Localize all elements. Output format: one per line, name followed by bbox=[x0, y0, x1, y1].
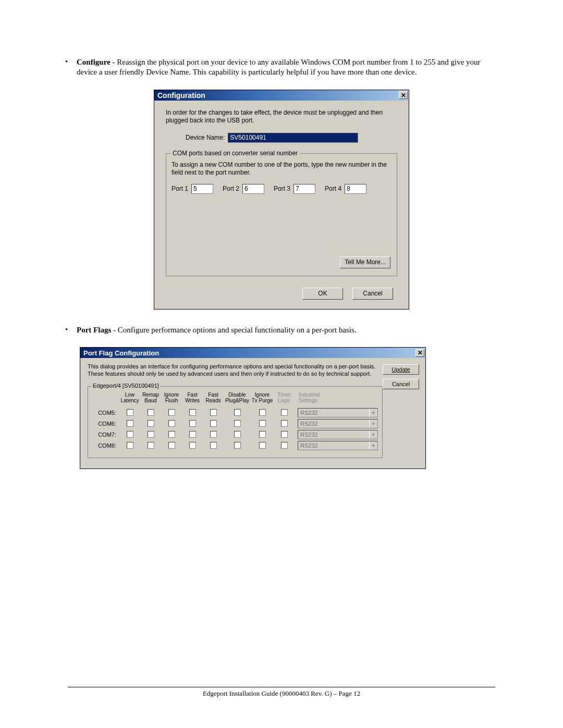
header-ignore-flush: Ignore Flush bbox=[161, 392, 182, 403]
checkbox-remap-baud[interactable] bbox=[148, 420, 154, 427]
dialog-intro: This dialog provides an interface for co… bbox=[88, 363, 383, 378]
checkbox-timer-logic[interactable] bbox=[281, 420, 288, 427]
chevron-down-icon: ▾ bbox=[369, 409, 377, 417]
dialog-title: Port Flag Configuration bbox=[83, 349, 415, 357]
update-button[interactable]: Update bbox=[383, 364, 419, 375]
edgeport-group: Edgeport/4 [SV50100491] Low Latency Rema… bbox=[88, 386, 383, 458]
checkbox-timer-logic[interactable] bbox=[281, 431, 288, 438]
header-ignore-txpurge: Ignore Tx Purge bbox=[251, 392, 274, 403]
checkbox-ignore-txpurge[interactable] bbox=[259, 409, 266, 416]
table-row: COM8: RS232▾ bbox=[92, 440, 378, 451]
port-4: Port 4 8 bbox=[325, 184, 366, 194]
checkbox-fast-writes[interactable] bbox=[189, 431, 196, 438]
header-row: Low Latency Remap Baud Ignore Flush Fast… bbox=[92, 392, 378, 403]
checkbox-ignore-flush[interactable] bbox=[168, 431, 175, 438]
checkbox-ignore-flush[interactable] bbox=[168, 409, 175, 416]
header-fast-writes: Fast Writes bbox=[182, 392, 203, 403]
configuration-dialog: Configuration ✕ In order for the changes… bbox=[154, 90, 409, 310]
device-name-label: Device Name: bbox=[186, 134, 225, 141]
industrial-settings-select[interactable]: RS232▾ bbox=[298, 430, 378, 439]
bullet-configure: • Configure - Reassign the physical port… bbox=[65, 57, 498, 77]
ok-button[interactable]: OK bbox=[302, 288, 343, 300]
bullet-rest: - Configure performance options and spec… bbox=[111, 326, 356, 334]
row-name: COM5: bbox=[92, 410, 119, 416]
checkbox-disable-pnp[interactable] bbox=[234, 442, 241, 449]
row-name: COM7: bbox=[92, 431, 119, 438]
port-input[interactable]: 5 bbox=[191, 184, 213, 194]
bullet-text: Configure - Reassign the physical port o… bbox=[77, 57, 498, 77]
checkbox-ignore-txpurge[interactable] bbox=[259, 431, 266, 438]
chevron-down-icon: ▾ bbox=[369, 419, 377, 428]
checkbox-fast-writes[interactable] bbox=[189, 442, 196, 449]
port-label: Port 2 bbox=[223, 185, 239, 192]
header-remap-baud: Remap Baud bbox=[140, 392, 161, 403]
checkbox-disable-pnp[interactable] bbox=[234, 409, 241, 416]
checkbox-fast-reads[interactable] bbox=[210, 409, 217, 416]
port-label: Port 3 bbox=[274, 185, 290, 192]
header-low-latency: Low Latency bbox=[119, 392, 140, 403]
bullet-portflags: • Port Flags - Configure performance opt… bbox=[65, 325, 498, 335]
port-input[interactable]: 7 bbox=[293, 184, 315, 194]
table-row: COM6: RS232▾ bbox=[92, 418, 378, 429]
checkbox-low-latency[interactable] bbox=[127, 431, 133, 438]
bullet-text: Port Flags - Configure performance optio… bbox=[77, 325, 357, 335]
checkbox-fast-reads[interactable] bbox=[210, 420, 217, 427]
dialog-titlebar: Port Flag Configuration ✕ bbox=[80, 348, 425, 358]
close-icon[interactable]: ✕ bbox=[415, 349, 424, 357]
checkbox-ignore-txpurge[interactable] bbox=[259, 420, 266, 427]
industrial-settings-select[interactable]: RS232▾ bbox=[298, 419, 378, 428]
table-row: COM7: RS232▾ bbox=[92, 429, 378, 440]
header-disable-pnp: Disable Plug&Play bbox=[224, 392, 251, 403]
row-name: COM6: bbox=[92, 421, 119, 427]
industrial-settings-select[interactable]: RS232▾ bbox=[298, 441, 378, 450]
port-input[interactable]: 6 bbox=[242, 184, 264, 194]
checkbox-ignore-flush[interactable] bbox=[168, 442, 175, 449]
header-fast-reads: Fast Reads bbox=[203, 392, 224, 403]
port-label: Port 1 bbox=[172, 185, 188, 192]
checkbox-low-latency[interactable] bbox=[127, 409, 133, 416]
dialog-title: Configuration bbox=[157, 91, 399, 100]
bullet-bold: Configure bbox=[77, 58, 111, 66]
close-icon[interactable]: ✕ bbox=[399, 91, 408, 99]
cancel-button[interactable]: Cancel bbox=[383, 379, 419, 389]
checkbox-ignore-flush[interactable] bbox=[168, 420, 175, 427]
checkbox-low-latency[interactable] bbox=[127, 442, 133, 449]
portflag-dialog: Port Flag Configuration ✕ This dialog pr… bbox=[80, 347, 426, 469]
checkbox-timer-logic[interactable] bbox=[281, 409, 288, 416]
group-legend: Edgeport/4 [SV50100491] bbox=[91, 382, 161, 389]
footer-text: Edgeport Installation Guide (90000403 Re… bbox=[203, 689, 360, 697]
checkbox-disable-pnp[interactable] bbox=[234, 420, 241, 427]
industrial-settings-select[interactable]: RS232▾ bbox=[298, 408, 378, 417]
port-3: Port 3 7 bbox=[274, 184, 315, 194]
header-timer-logic: Timer Logic bbox=[274, 392, 295, 403]
chevron-down-icon: ▾ bbox=[369, 441, 377, 450]
bullet-marker: • bbox=[65, 57, 77, 77]
cancel-button[interactable]: Cancel bbox=[352, 288, 393, 300]
port-1: Port 1 5 bbox=[172, 184, 213, 194]
device-name-input[interactable]: SV50100491 bbox=[228, 133, 358, 143]
checkbox-fast-writes[interactable] bbox=[189, 420, 196, 427]
com-ports-group: COM ports based on converter serial numb… bbox=[166, 153, 397, 276]
group-desc: To assign a new COM number to one of the… bbox=[172, 161, 391, 177]
dialog-notice: In order for the changes to take effect,… bbox=[166, 109, 397, 125]
tell-me-more-button[interactable]: Tell Me More... bbox=[340, 256, 390, 268]
checkbox-low-latency[interactable] bbox=[127, 420, 133, 427]
checkbox-fast-reads[interactable] bbox=[210, 442, 217, 449]
bullet-marker: • bbox=[65, 325, 77, 335]
checkbox-remap-baud[interactable] bbox=[148, 431, 154, 438]
checkbox-timer-logic[interactable] bbox=[281, 442, 288, 449]
checkbox-ignore-txpurge[interactable] bbox=[259, 442, 266, 449]
checkbox-remap-baud[interactable] bbox=[148, 409, 154, 416]
checkbox-remap-baud[interactable] bbox=[148, 442, 154, 449]
port-2: Port 2 6 bbox=[223, 184, 264, 194]
checkbox-fast-writes[interactable] bbox=[189, 409, 196, 416]
group-legend: COM ports based on converter serial numb… bbox=[170, 150, 300, 157]
checkbox-disable-pnp[interactable] bbox=[234, 431, 241, 438]
dialog-titlebar: Configuration ✕ bbox=[154, 90, 409, 101]
chevron-down-icon: ▾ bbox=[369, 430, 377, 439]
row-name: COM8: bbox=[92, 442, 119, 449]
bullet-bold: Port Flags bbox=[77, 326, 111, 334]
header-industrial-settings: Industrial Settings bbox=[295, 392, 378, 403]
checkbox-fast-reads[interactable] bbox=[210, 431, 217, 438]
port-input[interactable]: 8 bbox=[345, 184, 366, 194]
